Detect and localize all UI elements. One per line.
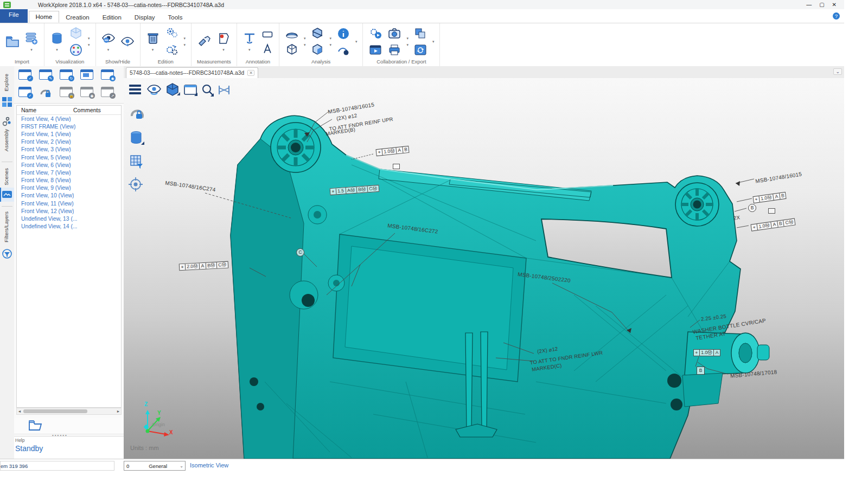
views-table-header[interactable]: Name Comments xyxy=(17,106,121,115)
zoom-icon[interactable] xyxy=(201,83,217,99)
menu-home[interactable]: Home xyxy=(29,11,60,23)
column-comments[interactable]: Comments xyxy=(73,107,121,113)
gdt-frame-tether[interactable]: ⌖1.0ⓂA xyxy=(693,349,720,356)
view-row[interactable]: Front View, 5 (View) xyxy=(17,153,121,161)
print-icon[interactable] xyxy=(387,43,401,57)
fit-view-icon[interactable] xyxy=(217,83,233,99)
center-rotation-icon[interactable] xyxy=(128,177,144,193)
view-row[interactable]: Front View, 1 (View) xyxy=(17,130,121,138)
dropdown-dot[interactable]: ▾ xyxy=(152,48,154,52)
surface-analysis-icon[interactable] xyxy=(285,27,299,41)
document-tab[interactable]: 5748-03---catia-notes---FDRBC3410748A.a3… xyxy=(126,67,258,78)
tab-explore[interactable]: Explore xyxy=(3,74,9,91)
open-folder-icon[interactable] xyxy=(5,35,20,49)
shaded-mode-icon[interactable] xyxy=(165,82,181,99)
viewport-menu-icon[interactable] xyxy=(129,85,145,101)
view-row[interactable]: Front View, 7 (View) xyxy=(17,169,121,176)
view-orbit-lock-icon[interactable] xyxy=(39,87,53,100)
transform-gears-icon[interactable] xyxy=(165,43,179,57)
viewer-export-icon[interactable] xyxy=(368,43,382,57)
menu-display[interactable]: Display xyxy=(128,12,162,23)
view-pin-icon[interactable]: ↻ xyxy=(60,69,74,82)
note-2x[interactable]: 2X xyxy=(733,214,740,221)
material-icon[interactable] xyxy=(129,130,145,146)
tab-close-icon[interactable]: ✕ xyxy=(247,70,254,76)
show-eye-icon[interactable] xyxy=(120,35,135,49)
dropdown-dot[interactable]: ▾ xyxy=(56,48,58,52)
display-palette-icon[interactable] xyxy=(69,43,83,57)
open-views-folder-icon[interactable] xyxy=(28,419,42,433)
tab-scenes[interactable]: Scenes xyxy=(3,168,9,185)
compare-cube-icon[interactable] xyxy=(310,43,324,57)
view-row[interactable]: Front View, 4 (View) xyxy=(17,115,121,123)
view-row[interactable]: Undefined View, 14 (... xyxy=(17,223,121,230)
scroll-thumb[interactable] xyxy=(23,409,87,413)
curvature-icon[interactable] xyxy=(336,43,350,57)
rotation-lock-icon[interactable] xyxy=(129,106,145,123)
hide-eye-icon[interactable]: ▾ xyxy=(101,31,116,52)
dropdown-dot[interactable]: ▾ xyxy=(304,36,306,41)
text-anchor-icon[interactable]: ▾ xyxy=(242,31,257,52)
view-edit-icon[interactable]: ✎ xyxy=(39,69,53,82)
view-row[interactable]: Front View, 6 (View) xyxy=(17,161,121,169)
frame-icon[interactable] xyxy=(261,29,273,41)
3d-viewport[interactable]: MSB-10748/16015 (2X) ⌀12 TO ATT FNDR REI… xyxy=(124,78,844,459)
maximize-button[interactable]: ▢ xyxy=(819,2,824,8)
view-capture-icon[interactable]: ◉ xyxy=(101,69,115,82)
tab-list-chevron-icon[interactable]: ⌄ xyxy=(833,68,842,75)
filters-icon[interactable] xyxy=(2,248,12,259)
dropdown-dot[interactable]: ▾ xyxy=(304,43,306,47)
view-new-icon[interactable]: ✓ xyxy=(18,69,33,82)
view-export-icon[interactable]: ↗ xyxy=(101,87,115,100)
minimize-button[interactable]: — xyxy=(806,2,812,8)
measure-icon[interactable] xyxy=(197,35,212,49)
dropdown-dot[interactable]: ▾ xyxy=(222,48,225,52)
selection-filter-combo[interactable]: 0 General ⌄ xyxy=(124,461,186,471)
view-row[interactable]: Undefined View, 13 (... xyxy=(17,215,121,222)
dropdown-dot[interactable]: ▾ xyxy=(88,43,90,47)
material-cylinder-icon[interactable]: ▾ xyxy=(50,31,64,52)
view-apply-icon[interactable]: ✓ xyxy=(18,87,33,100)
datum-c-circle[interactable]: C xyxy=(296,248,304,256)
info-icon[interactable] xyxy=(336,27,350,41)
datum-b-circle[interactable]: B xyxy=(748,204,756,212)
dropdown-dot[interactable]: ▾ xyxy=(406,43,409,47)
view-camera-icon[interactable]: ◉ xyxy=(80,87,94,100)
dropdown-dot[interactable]: ▾ xyxy=(432,40,435,44)
render-cube-icon[interactable] xyxy=(69,27,83,41)
dropdown-dot[interactable]: ▾ xyxy=(355,40,358,44)
scroll-left-icon[interactable]: ◄ xyxy=(17,409,22,413)
horizontal-scrollbar[interactable]: ◄ ► xyxy=(16,408,122,415)
menu-edition[interactable]: Edition xyxy=(96,12,128,23)
view-row[interactable]: Front View, 8 (View) xyxy=(17,177,121,184)
view-row[interactable]: Front View, 9 (View) xyxy=(17,184,121,192)
snapshot-icon[interactable] xyxy=(387,27,401,41)
view-orientation-icon[interactable] xyxy=(146,82,163,99)
datum-b-box[interactable]: B xyxy=(697,367,705,375)
menu-file[interactable]: File xyxy=(0,9,28,23)
view-row[interactable]: Front View, 3 (View) xyxy=(17,146,121,153)
windows-grid-icon[interactable] xyxy=(2,97,12,107)
view-row[interactable]: FIRST FRAME (View) xyxy=(17,123,121,130)
tab-assembly[interactable]: Assembly xyxy=(3,129,9,151)
dropdown-dot[interactable]: ▾ xyxy=(30,48,33,52)
view-row[interactable]: Front View, 2 (View) xyxy=(17,138,121,146)
view-display-icon[interactable] xyxy=(80,69,94,82)
assembly-icon[interactable] xyxy=(2,116,12,127)
window-zoom-icon[interactable] xyxy=(183,83,200,99)
scroll-right-icon[interactable]: ► xyxy=(116,409,121,413)
move-gears-icon[interactable] xyxy=(165,27,179,41)
view-row[interactable]: Front View, 12 (View) xyxy=(17,207,121,215)
column-name[interactable]: Name xyxy=(17,107,73,113)
view-row[interactable]: Front View, 10 (View) xyxy=(17,192,121,200)
scenes-icon[interactable] xyxy=(2,189,12,200)
delete-icon[interactable]: ▾ xyxy=(146,31,160,52)
dropdown-dot[interactable]: ▾ xyxy=(248,48,251,52)
help-icon[interactable]: ? xyxy=(833,12,840,20)
copy-export-icon[interactable] xyxy=(413,27,427,41)
close-button[interactable]: ✕ xyxy=(832,2,837,8)
menu-tools[interactable]: Tools xyxy=(162,12,189,23)
dropdown-dot[interactable]: ▾ xyxy=(329,36,331,41)
dropdown-dot[interactable]: ▾ xyxy=(88,36,90,41)
annotate-measure-icon[interactable]: ▾ xyxy=(216,31,231,52)
